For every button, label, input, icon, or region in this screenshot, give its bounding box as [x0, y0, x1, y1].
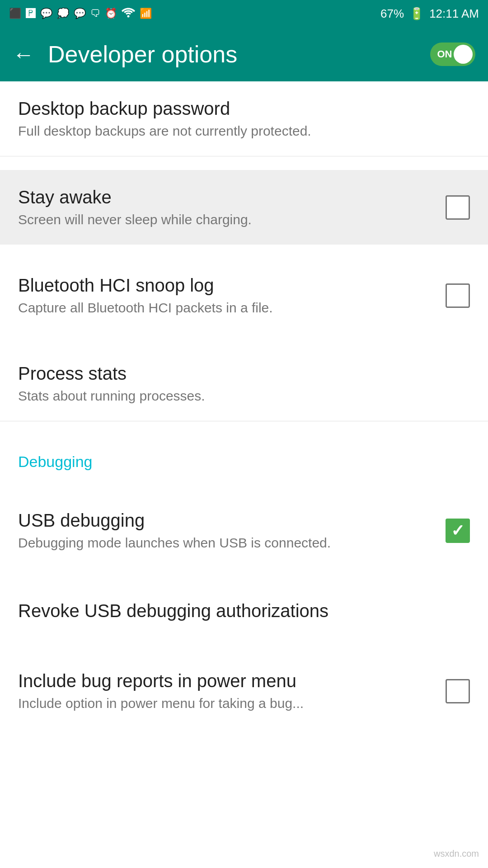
battery-icon: 🔋	[409, 7, 424, 21]
notification-icon: ⬛	[9, 8, 21, 19]
checkbox-stay-awake[interactable]	[446, 195, 470, 220]
setting-stay-awake[interactable]: Stay awake Screen will never sleep while…	[0, 170, 488, 245]
setting-subtitle-process-stats: Stats about running processes.	[18, 387, 470, 405]
checkbox-bug-reports[interactable]	[446, 679, 470, 703]
checkbox-bluetooth-hci[interactable]	[446, 283, 470, 308]
whatsapp-icon: 💬	[40, 8, 52, 19]
setting-subtitle-bluetooth-hci: Capture all Bluetooth HCI packets in a f…	[18, 299, 432, 316]
setting-title-stay-awake: Stay awake	[18, 186, 432, 208]
page-title: Developer options	[48, 41, 417, 68]
spacer-4	[0, 421, 488, 435]
developer-options-toggle[interactable]: ON	[430, 42, 475, 66]
setting-text-stay-awake: Stay awake Screen will never sleep while…	[18, 186, 446, 228]
setting-text-usb-debugging: USB debugging Debugging mode launches wh…	[18, 509, 446, 552]
setting-subtitle-desktop-backup: Full desktop backups are not currently p…	[18, 122, 470, 140]
checkbox-usb-debugging[interactable]	[446, 519, 470, 543]
status-bar: ⬛ 🅿 💬 💭 💬 🗨 ⏰ 📶 67% 🔋 12:11 AM	[0, 0, 488, 27]
toggle-label: ON	[437, 48, 452, 60]
section-header-debugging: Debugging	[0, 435, 488, 480]
section-title-debugging: Debugging	[18, 453, 92, 470]
setting-revoke-usb-debugging[interactable]: Revoke USB debugging authorizations	[0, 581, 488, 640]
setting-title-usb-debugging: USB debugging	[18, 509, 432, 531]
clipboard-icon: 🅿	[26, 8, 36, 19]
msg2-icon: 💬	[74, 8, 86, 19]
setting-text-bug-reports: Include bug reports in power menu Includ…	[18, 670, 446, 712]
setting-subtitle-bug-reports: Include option in power menu for taking …	[18, 694, 432, 712]
app-bar: ← Developer options ON	[0, 27, 488, 81]
status-icons: ⬛ 🅿 💬 💭 💬 🗨 ⏰ 📶	[9, 7, 152, 20]
spacer-5	[0, 480, 488, 493]
setting-bluetooth-hci[interactable]: Bluetooth HCI snoop log Capture all Blue…	[0, 258, 488, 333]
spacer-3	[0, 333, 488, 346]
setting-subtitle-stay-awake: Screen will never sleep while charging.	[18, 211, 432, 228]
setting-title-bug-reports: Include bug reports in power menu	[18, 670, 432, 692]
spacer-1	[0, 156, 488, 170]
msg1-icon: 💭	[57, 8, 69, 19]
setting-desktop-backup-password[interactable]: Desktop backup password Full desktop bac…	[0, 81, 488, 156]
setting-process-stats[interactable]: Process stats Stats about running proces…	[0, 346, 488, 421]
watermark: wsxdn.com	[434, 849, 479, 859]
setting-title-revoke-usb: Revoke USB debugging authorizations	[18, 600, 470, 622]
alarm-icon: ⏰	[105, 8, 117, 19]
setting-text-bluetooth-hci: Bluetooth HCI snoop log Capture all Blue…	[18, 274, 446, 316]
setting-title-bluetooth-hci: Bluetooth HCI snoop log	[18, 274, 432, 296]
msg3-icon: 🗨	[90, 8, 100, 19]
setting-title-process-stats: Process stats	[18, 363, 470, 384]
svg-point-0	[127, 15, 130, 18]
spacer-6	[0, 568, 488, 581]
setting-title-desktop-backup: Desktop backup password	[18, 98, 470, 119]
settings-content: Desktop backup password Full desktop bac…	[0, 81, 488, 728]
setting-subtitle-usb-debugging: Debugging mode launches when USB is conn…	[18, 534, 432, 552]
setting-usb-debugging[interactable]: USB debugging Debugging mode launches wh…	[0, 493, 488, 568]
spacer-2	[0, 245, 488, 258]
time: 12:11 AM	[429, 7, 479, 21]
setting-bug-reports[interactable]: Include bug reports in power menu Includ…	[0, 654, 488, 728]
back-button[interactable]: ←	[13, 42, 34, 67]
spacer-7	[0, 640, 488, 654]
status-right: 67% 🔋 12:11 AM	[380, 7, 479, 21]
battery-percentage: 67%	[380, 7, 404, 21]
signal-icon: 📶	[140, 8, 152, 19]
wifi-icon	[122, 7, 135, 20]
